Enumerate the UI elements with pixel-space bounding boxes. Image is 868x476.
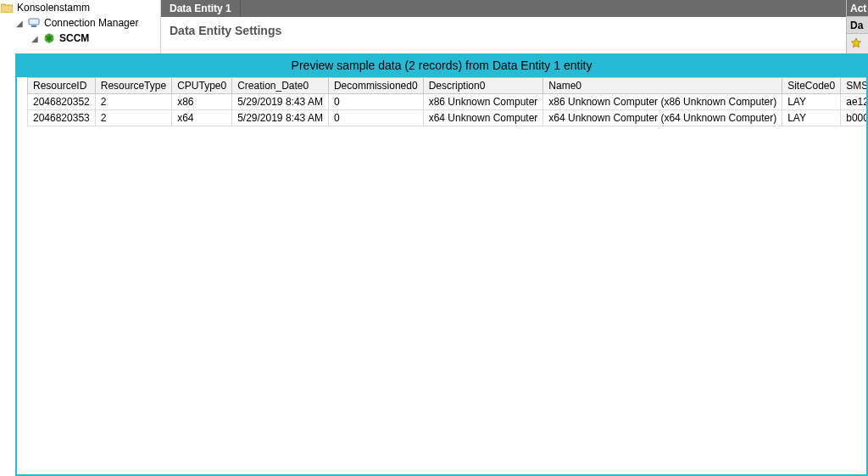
cell-smsunique: b000064f-3 bbox=[841, 110, 868, 126]
tree-connection-manager-label: Connection Manager bbox=[44, 17, 138, 29]
tab-data-entity-1[interactable]: Data Entity 1 bbox=[161, 0, 241, 17]
expander-icon[interactable]: ◢ bbox=[31, 34, 39, 42]
cell-sitecode0: LAY bbox=[782, 110, 841, 126]
cell-creationdate0: 5/29/2019 8:43 AM bbox=[232, 94, 329, 110]
col-header-creationdate0[interactable]: Creation_Date0 bbox=[232, 78, 329, 94]
cell-resourceid: 2046820352 bbox=[28, 94, 96, 110]
cell-resourcetype: 2 bbox=[95, 94, 171, 110]
col-header-resourcetype[interactable]: ResourceType bbox=[95, 78, 171, 94]
content-area: Data Entity Settings bbox=[161, 17, 846, 53]
col-header-smsunique[interactable]: SMS_Uniqu bbox=[841, 78, 868, 94]
right-sidebar-body bbox=[847, 34, 868, 53]
cell-resourceid: 2046820353 bbox=[28, 110, 96, 126]
cell-sitecode0: LAY bbox=[782, 94, 841, 110]
right-tab-data[interactable]: Da bbox=[847, 17, 868, 34]
right-tab-label: Da bbox=[850, 20, 863, 31]
tree-root-item[interactable]: Konsolenstamm bbox=[0, 0, 160, 15]
settings-title: Data Entity Settings bbox=[170, 24, 281, 47]
tree-sccm-item[interactable]: ◢ SCCM bbox=[0, 31, 160, 46]
cell-resourcetype: 2 bbox=[95, 110, 171, 126]
table-header-row: ResourceID ResourceType CPUType0 Creatio… bbox=[28, 78, 869, 94]
preview-titlebar: Preview sample data (2 records) from Dat… bbox=[15, 53, 868, 77]
preview-table: ResourceID ResourceType CPUType0 Creatio… bbox=[27, 77, 868, 126]
cell-decommissioned0: 0 bbox=[328, 94, 423, 110]
tree-connection-manager[interactable]: ◢ Connection Manager bbox=[0, 15, 160, 31]
table-row[interactable]: 2046820352 2 x86 5/29/2019 8:43 AM 0 x86… bbox=[28, 94, 869, 110]
table-row[interactable]: 2046820353 2 x64 5/29/2019 8:43 AM 0 x64… bbox=[28, 110, 869, 126]
right-tab-actions[interactable]: Act bbox=[847, 0, 868, 17]
cell-decommissioned0: 0 bbox=[328, 110, 423, 126]
tab-label: Data Entity 1 bbox=[170, 3, 231, 14]
cell-name0: x86 Unknown Computer (x86 Unknown Comput… bbox=[543, 94, 782, 110]
col-header-description0[interactable]: Description0 bbox=[423, 78, 543, 94]
col-header-decommissioned0[interactable]: Decommissioned0 bbox=[328, 78, 423, 94]
right-tab-label: Act bbox=[850, 3, 866, 14]
col-header-cputype0[interactable]: CPUType0 bbox=[172, 78, 232, 94]
cell-cputype0: x64 bbox=[172, 110, 232, 126]
cell-smsunique: ae12ae1f-7 bbox=[841, 94, 868, 110]
preview-title-text: Preview sample data (2 records) from Dat… bbox=[292, 59, 593, 72]
cell-cputype0: x86 bbox=[172, 94, 232, 110]
tab-strip: Data Entity 1 bbox=[161, 0, 846, 17]
col-header-resourceid[interactable]: ResourceID bbox=[28, 78, 96, 94]
col-header-name0[interactable]: Name0 bbox=[543, 78, 782, 94]
tree-sccm-label: SCCM bbox=[59, 32, 89, 44]
star-icon[interactable] bbox=[850, 37, 865, 49]
tree-panel: Konsolenstamm ◢ Connection Manager ◢ bbox=[0, 0, 161, 53]
cell-creationdate0: 5/29/2019 8:43 AM bbox=[232, 110, 329, 126]
right-sidebar: Act Da bbox=[846, 0, 868, 53]
preview-window: ResourceID ResourceType CPUType0 Creatio… bbox=[15, 77, 868, 476]
cell-description0: x64 Unknown Computer bbox=[423, 110, 543, 126]
svg-rect-1 bbox=[31, 25, 36, 27]
expander-icon[interactable]: ◢ bbox=[15, 19, 24, 27]
cell-name0: x64 Unknown Computer (x64 Unknown Comput… bbox=[543, 110, 782, 126]
col-header-sitecode0[interactable]: SiteCode0 bbox=[782, 78, 841, 94]
main-area: Data Entity 1 Data Entity Settings Act D… bbox=[161, 0, 868, 53]
connection-manager-icon bbox=[27, 16, 41, 30]
svg-rect-0 bbox=[29, 19, 39, 25]
sccm-icon bbox=[42, 31, 56, 45]
tree-root-label: Konsolenstamm bbox=[17, 2, 90, 14]
cell-description0: x86 Unknown Computer bbox=[423, 94, 543, 110]
folder-icon bbox=[0, 1, 14, 14]
